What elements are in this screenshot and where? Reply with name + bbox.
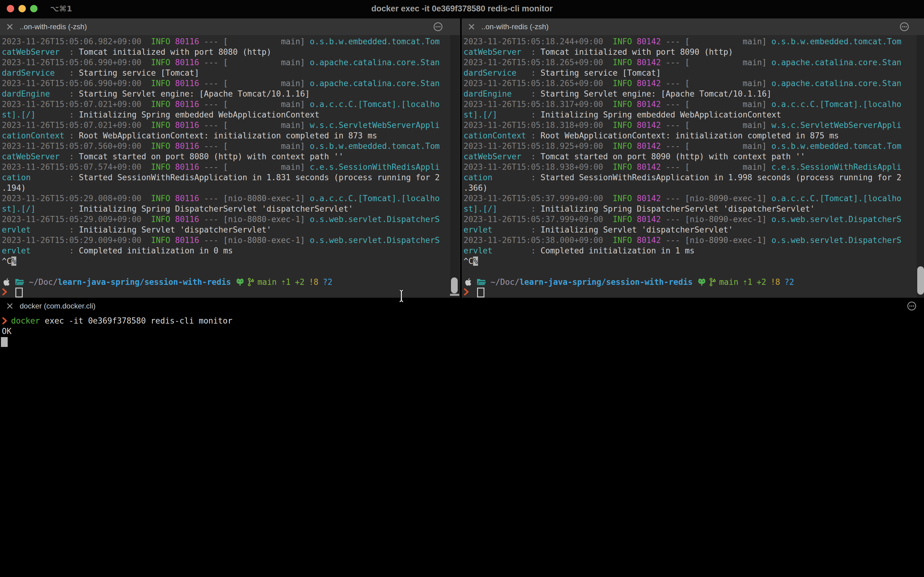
terminal-line: .194) (2, 183, 460, 193)
terminal-line: st].[/] : Initializing Spring embedded W… (464, 110, 924, 120)
prompt-input-line-right[interactable] (462, 287, 924, 298)
terminal-pane-bottom[interactable]: docker (com.docker.cli) docker exec -it … (0, 298, 924, 577)
terminal-line: ^C% (2, 256, 460, 266)
terminal-cursor-solid (1, 337, 8, 347)
terminal-line: cation : Started SessionWithRedisApplica… (464, 172, 924, 183)
terminal-line: ervlet : Completed initialization in 0 m… (2, 245, 460, 256)
terminal-cursor-hollow (477, 288, 484, 297)
terminal-line (464, 266, 924, 277)
prompt-path: learn-java-spring/session-with-redis (58, 277, 231, 287)
terminal-line: ervlet : Initializing Servlet 'dispatche… (2, 224, 460, 235)
pane-menu-icon[interactable] (900, 22, 909, 32)
git-branch-icon (709, 277, 716, 287)
scrollbar-thumb[interactable] (451, 277, 458, 293)
terminal-line: cation : Started SessionWithRedisApplica… (2, 172, 460, 183)
git-modified-count: !8 (309, 277, 318, 287)
apple-icon (2, 277, 10, 287)
terminal-pane-top-right[interactable]: ..on-with-redis (-zsh) 2023-11-26T15:05:… (462, 18, 924, 298)
terminal-line: cationContext : Root WebApplicationConte… (464, 131, 924, 141)
terminal-line: st].[/] : Initializing Spring Dispatcher… (2, 204, 460, 214)
terminal-line: 2023-11-26T15:05:07.021+09:00 INFO 80116… (2, 120, 460, 131)
pane-header-left: ..on-with-redis (-zsh) (0, 18, 460, 35)
git-ahead-count: ⇡1 (281, 277, 291, 287)
terminal-output-bottom[interactable]: OK (0, 326, 924, 337)
terminal-line: st].[/] : Initializing Spring embedded W… (2, 110, 460, 120)
git-modified-count: !8 (771, 277, 780, 287)
command-args: exec -it 0e369f378580 redis-cli monitor (40, 316, 232, 326)
terminal-line: 2023-11-26T15:05:18.317+09:00 INFO 80142… (464, 99, 924, 110)
shell-prompt-right: ~/Doc/ learn-java-spring/session-with-re… (462, 277, 924, 287)
terminal-line: 2023-11-26T15:05:29.009+09:00 INFO 80116… (2, 214, 460, 224)
scrollbar-track[interactable] (917, 35, 924, 298)
terminal-output-left[interactable]: 2023-11-26T15:05:06.982+09:00 INFO 80116… (0, 35, 460, 277)
git-untracked-count: ?2 (323, 277, 332, 287)
git-branch-icon (247, 277, 254, 287)
terminal-line: 2023-11-26T15:05:29.009+09:00 INFO 80116… (2, 235, 460, 245)
terminal-line: 2023-11-26T15:05:38.000+09:00 INFO 80142… (464, 235, 924, 245)
apple-icon (464, 277, 472, 287)
terminal-line: 2023-11-26T15:05:29.008+09:00 INFO 80116… (2, 193, 460, 204)
terminal-line: ^C% (464, 256, 924, 266)
pane-header-bottom: docker (com.docker.cli) (0, 298, 924, 314)
git-ahead-count: ⇡1 (742, 277, 752, 287)
octocat-icon (697, 278, 706, 286)
terminal-line: 2023-11-26T15:05:18.318+09:00 INFO 80142… (464, 120, 924, 131)
close-pane-icon[interactable] (467, 23, 476, 31)
terminal-line: catWebServer : Tomcat initialized with p… (464, 47, 924, 57)
terminal-line: 2023-11-26T15:05:18.925+09:00 INFO 80142… (464, 141, 924, 152)
prompt-chevron-icon (2, 316, 8, 325)
terminal-line: 2023-11-26T15:05:18.265+09:00 INFO 80142… (464, 57, 924, 68)
terminal-line: catWebServer : Tomcat started on port 80… (464, 152, 924, 162)
terminal-line: dardService : Starting service [Tomcat] (2, 68, 460, 78)
terminal-line: dardEngine : Starting Servlet engine: [A… (2, 89, 460, 99)
pane-tab-title: ..on-with-redis (-zsh) (481, 23, 549, 31)
pane-menu-icon[interactable] (433, 22, 443, 32)
scrollbar-foot (450, 294, 459, 296)
terminal-line: catWebServer : Tomcat initialized with p… (2, 47, 460, 57)
pane-tab-title: docker (com.docker.cli) (20, 302, 96, 310)
terminal-line: 2023-11-26T15:05:37.999+09:00 INFO 80142… (464, 214, 924, 224)
window-title: docker exec -it 0e369f378580 redis-cli m… (0, 4, 924, 13)
scrollbar-thumb[interactable] (917, 266, 924, 295)
prompt-path: learn-java-spring/session-with-redis (519, 277, 693, 287)
scrollbar-track[interactable] (450, 35, 459, 298)
terminal-line: ervlet : Completed initialization in 1 m… (464, 245, 924, 256)
command-line: docker exec -it 0e369f378580 redis-cli m… (0, 316, 924, 326)
terminal-cursor-hollow (15, 288, 23, 297)
terminal-line: dardEngine : Starting Servlet engine: [A… (464, 89, 924, 99)
terminal-line: 2023-11-26T15:05:18.265+09:00 INFO 80142… (464, 78, 924, 89)
terminal-line: 2023-11-26T15:05:06.990+09:00 INFO 80116… (2, 57, 460, 68)
git-staged-count: +2 (295, 277, 304, 287)
git-staged-count: +2 (757, 277, 766, 287)
prompt-chevron-icon (2, 288, 8, 297)
prompt-input-line-left[interactable] (0, 287, 460, 298)
close-pane-icon[interactable] (6, 302, 14, 310)
pane-menu-icon[interactable] (907, 301, 917, 311)
terminal-line: 2023-11-26T15:05:06.990+09:00 INFO 80116… (2, 78, 460, 89)
git-branch-name: main (257, 277, 276, 287)
pane-tab-title: ..on-with-redis (-zsh) (20, 23, 87, 31)
terminal-line: 2023-11-26T15:05:18.938+09:00 INFO 80142… (464, 162, 924, 172)
terminal-line: cationContext : Root WebApplicationConte… (2, 131, 460, 141)
folder-open-icon (476, 278, 486, 286)
terminal-line: .366) (464, 183, 924, 193)
terminal-pane-top-left[interactable]: ..on-with-redis (-zsh) 2023-11-26T15:05:… (0, 18, 460, 298)
terminal-line: OK (2, 326, 924, 337)
git-untracked-count: ?2 (784, 277, 794, 287)
terminal-cursor-line[interactable] (0, 337, 924, 347)
mouse-cursor-ibeam (397, 288, 406, 305)
close-pane-icon[interactable] (6, 23, 14, 31)
terminal-line: st].[/] : Initializing Spring Dispatcher… (464, 204, 924, 214)
terminal-output-right[interactable]: 2023-11-26T15:05:18.244+09:00 INFO 80142… (462, 35, 924, 277)
terminal-line: 2023-11-26T15:05:07.560+09:00 INFO 80116… (2, 141, 460, 152)
terminal-line: 2023-11-26T15:05:06.982+09:00 INFO 80116… (2, 36, 460, 47)
window-titlebar: ⌥⌘1 docker exec -it 0e369f378580 redis-c… (0, 0, 924, 18)
terminal-line: 2023-11-26T15:05:18.244+09:00 INFO 80142… (464, 36, 924, 47)
pane-header-right: ..on-with-redis (-zsh) (462, 18, 924, 35)
command-name: docker (11, 316, 40, 326)
folder-open-icon (15, 278, 24, 286)
terminal-line: dardService : Starting service [Tomcat] (464, 68, 924, 78)
shell-prompt-left: ~/Doc/ learn-java-spring/session-with-re… (0, 277, 460, 287)
terminal-line: catWebServer : Tomcat started on port 80… (2, 152, 460, 162)
terminal-line (2, 266, 460, 277)
